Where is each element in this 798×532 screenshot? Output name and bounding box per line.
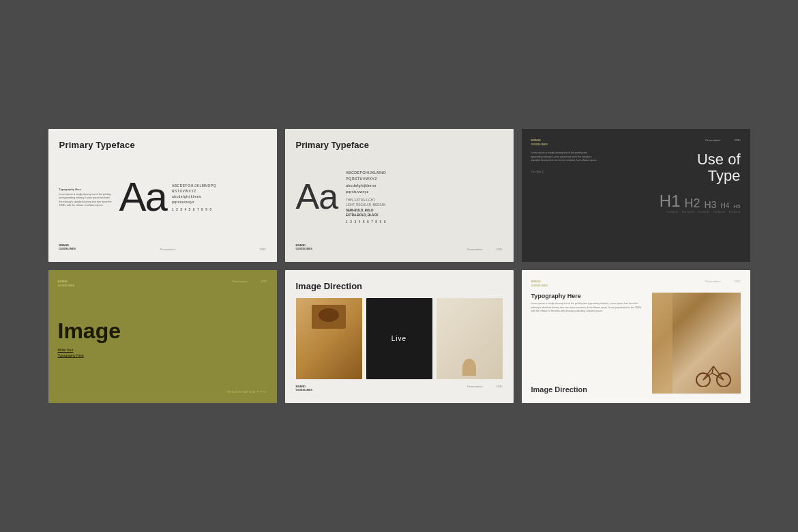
slide-2-presentation: Presentation — [467, 248, 482, 251]
slide-1-title: Primary Typeface — [59, 140, 266, 150]
slide-4-footer-text: PRESENTATION PPTX — [226, 390, 267, 394]
slide-6-typography-photo: BRAND GUIDELINES Presentation 2030 Typog… — [522, 270, 750, 403]
slide-2-primary-typeface: Primary Typeface Aa ABCDEFGHIJKLMNO PQRS… — [285, 129, 514, 262]
slide-5-brand: BRAND GUIDELINES — [296, 385, 312, 392]
slide-5-image-direction: Image Direction Live BRAND GUIDELINES Pr… — [285, 270, 514, 403]
slide-1-body-text: Lorem ipsum is simply dummy text of the … — [59, 193, 114, 207]
slide-3-heading-labels: Font Size 80 Font Size 40 Font Size 30 F… — [666, 211, 740, 213]
slide-3-headings-row: H1 H2 H3 H4 H5 — [660, 193, 741, 209]
slide-6-curtain-decoration — [652, 293, 673, 394]
slide-2-year: 2030 — [497, 248, 503, 251]
slide-5-presentation: Presentation — [467, 385, 482, 392]
slide-1-alphabet3: abcdefghijklmno — [172, 194, 266, 199]
svg-line-5 — [712, 373, 724, 380]
slide-1-alphabet2: RSTUVWXYZ — [172, 188, 266, 194]
slide-4-image-title: Image — [58, 319, 267, 343]
slide-5-title: Image Direction — [296, 281, 503, 291]
slide-3-use-of-type-text: Use ofType — [697, 151, 741, 184]
slide-1-alphabet1: ABCDEFGHIJKLMNOPQ — [172, 183, 266, 188]
slide-2-numbers: 1 2 3 4 5 6 7 8 9 0 — [346, 220, 386, 224]
slide-6-brand: BRAND GUIDELINES — [531, 280, 548, 287]
slide-2-weights: THIN, EXTRA-LIGHT, LIGHT, REGULAR, MEDIU… — [346, 198, 386, 218]
slide-4-brand: BRAND GUIDELINES — [58, 280, 74, 287]
slide-3-font-size: Font Size 11 — [531, 171, 545, 173]
slide-1-presentation: Presentation — [160, 248, 175, 251]
slide-6-presentation: Presentation — [705, 280, 720, 287]
slide-5-year: 2030 — [497, 385, 503, 392]
slide-grid: Primary Typeface Typography Here Lorem i… — [48, 129, 750, 403]
slide-5-image-1 — [296, 298, 362, 379]
slide-3-use-of-type: BRAND GUIDELINES Presentation 2030 Lorem… — [522, 129, 750, 262]
slide-1-numbers: 1 2 3 4 5 6 7 8 9 0 — [172, 207, 266, 211]
slide-1-brand: BRAND GUIDELINES — [59, 243, 76, 251]
slide-6-image-direction-title: Image Direction — [531, 385, 645, 394]
slide-2-big-char: Aa — [296, 179, 338, 214]
slide-4-subtitle: Write Your Typography Here — [58, 347, 267, 358]
slide-6-year: 2030 — [735, 280, 741, 287]
slide-1-year: 2030 — [260, 248, 266, 251]
slide-5-image-2: Live — [366, 298, 432, 379]
slide-2-alphabet4: pqrstuvwxyz — [346, 189, 386, 195]
slide-6-body-text: Lorem ipsum is simply dummy text of the … — [531, 302, 645, 314]
slide-4-presentation: Presentation — [232, 280, 247, 287]
slide-5-live-text: Live — [391, 335, 407, 342]
slide-6-photo — [652, 293, 741, 394]
slide-3-h3: H3 — [705, 200, 717, 209]
slide-1-typography-label: Typography Here — [59, 188, 114, 192]
slide-3-h4: H4 — [720, 203, 729, 209]
slide-3-year: 2030 — [735, 138, 741, 142]
slide-6-bike-decoration — [693, 359, 734, 387]
slide-3-brand: BRAND GUIDELINES — [531, 138, 548, 146]
slide-2-alphabet3: abcdefghijklmno — [346, 183, 386, 189]
slide-3-h1: H1 — [660, 193, 681, 209]
slide-2-alphabet2: PQRSTUVWXYZ — [346, 176, 386, 182]
slide-1-alphabet4: pqrstuvwxyz — [172, 199, 266, 205]
slide-1-primary-typeface-light: Primary Typeface Typography Here Lorem i… — [48, 129, 277, 262]
slide-5-vase-decoration — [462, 359, 476, 376]
slide-3-h5: H5 — [733, 204, 740, 209]
slide-5-bowl-decoration — [319, 308, 339, 322]
slide-4-image-olive: BRAND GUIDELINES Presentation 2030 Image… — [48, 270, 277, 403]
slide-3-h2: H2 — [685, 197, 700, 209]
slide-3-presentation: Presentation — [705, 138, 720, 142]
slide-2-brand: BRAND GUIDELINES — [296, 243, 312, 251]
slide-5-image-3 — [437, 298, 503, 379]
slide-2-title: Primary Typeface — [296, 140, 503, 150]
slide-1-big-char: Aa — [119, 177, 166, 218]
slide-4-year: 2030 — [261, 280, 267, 287]
slide-3-body-text: Lorem ipsum is simply dummy text of the … — [531, 151, 600, 163]
slide-6-typography-heading: Typography Here — [531, 293, 645, 299]
slide-2-alphabet1: ABCDEFGHIJKLMNO — [346, 170, 386, 176]
